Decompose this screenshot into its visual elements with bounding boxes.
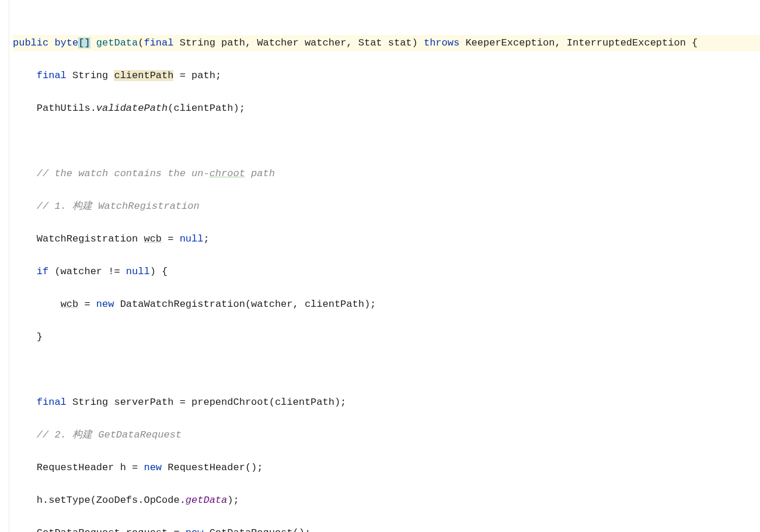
exceptions: KeeperException, InterruptedException {: [465, 37, 698, 48]
rest: DataWatchRegistration(watcher, clientPat…: [114, 299, 376, 310]
type: String: [72, 70, 114, 81]
keyword-null: null: [126, 266, 150, 277]
keyword-new: new: [96, 299, 114, 310]
pre: RequestHeader h =: [37, 462, 144, 473]
brace: }: [37, 331, 43, 342]
var-wcb: wcb: [61, 299, 79, 310]
code-line: // the watch contains the un-chroot path: [13, 166, 760, 182]
rest: );: [227, 495, 239, 506]
code-line: wcb = new DataWatchRegistration(watcher,…: [13, 296, 760, 313]
gutter-border: [9, 0, 9, 532]
params: String path, Watcher watcher, Stat stat): [180, 37, 418, 48]
code-line: h.setType(ZooDefs.OpCode.getData);: [13, 492, 760, 509]
code-line: // 1. 构建 WatchRegistration: [13, 198, 760, 215]
code-line: if (watcher != null) {: [13, 264, 760, 280]
code-line: WatchRegistration wcb = null;: [13, 231, 760, 247]
comment: // 1. 构建 WatchRegistration: [37, 201, 200, 212]
keyword-new: new: [144, 462, 162, 473]
code-line: [13, 362, 760, 378]
semi: ;: [203, 233, 209, 244]
comment: // the watch contains the un-chroot path: [37, 168, 275, 179]
type: WatchRegistration: [37, 233, 144, 244]
keyword-final: final: [37, 397, 67, 408]
code-line: RequestHeader h = new RequestHeader();: [13, 460, 760, 476]
keyword-final: final: [37, 70, 67, 81]
rest: (clientPath);: [168, 103, 245, 114]
code-line: [13, 133, 760, 149]
keyword-new: new: [186, 527, 204, 532]
highlight-brackets: []: [78, 37, 90, 48]
validatePath: validatePath: [96, 103, 168, 114]
keyword-throws: throws: [424, 37, 459, 48]
keyword-public: public: [13, 37, 48, 48]
cond: (watcher !=: [54, 266, 125, 277]
comment: // 2. 构建 GetDataRequest: [37, 429, 182, 440]
rest: = path;: [173, 70, 221, 81]
eq: =: [162, 233, 180, 244]
var-wcb: wcb: [144, 233, 162, 244]
keyword-if: if: [37, 266, 48, 277]
code-line: }: [13, 329, 760, 345]
rest: ) {: [150, 266, 168, 277]
keyword-null: null: [180, 233, 204, 244]
pre: h.setType(ZooDefs.OpCode.: [37, 495, 186, 506]
rest: RequestHeader();: [162, 462, 263, 473]
keyword-byte: byte: [54, 37, 78, 48]
code-line: final String clientPath = path;: [13, 68, 760, 84]
method-getData: getData: [96, 37, 138, 48]
serverPath: String serverPath = prependChroot(client…: [72, 397, 346, 408]
pre: GetDataRequest request =: [37, 527, 186, 532]
pathutils: PathUtils.: [37, 103, 96, 114]
code-line: GetDataRequest request = new GetDataRequ…: [13, 525, 760, 532]
code-line: PathUtils.validatePath(clientPath);: [13, 100, 760, 117]
code-line: final String serverPath = prependChroot(…: [13, 394, 760, 411]
highlight-clientPath: clientPath: [114, 70, 173, 81]
eq: =: [78, 299, 96, 310]
code-block: public byte[] getData(final String path,…: [0, 0, 760, 532]
keyword-final: final: [144, 37, 173, 48]
field-getData: getData: [186, 495, 227, 506]
rest: GetDataRequest();: [203, 527, 311, 532]
code-line: public byte[] getData(final String path,…: [13, 35, 760, 51]
code-line: // 2. 构建 GetDataRequest: [13, 427, 760, 443]
